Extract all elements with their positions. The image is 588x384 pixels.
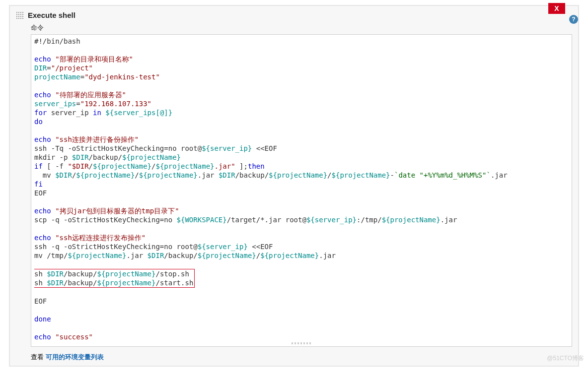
code-text: = <box>76 100 80 108</box>
code-text: `date "+%Y%m%d_%H%M%S"` <box>394 171 491 179</box>
code-text: do <box>34 118 43 126</box>
code-text: $DIR <box>72 153 89 161</box>
code-text: ${projectName} <box>122 153 181 161</box>
code-text: "dyd-jenkins-test" <box>84 73 160 81</box>
code-text: ${server_ips[@]} <box>105 109 172 117</box>
code-text: = <box>47 64 51 72</box>
code-text: / <box>256 252 260 259</box>
help-icon[interactable]: ? <box>569 15 578 24</box>
code-text: echo <box>34 207 51 215</box>
code-text: scp -q -oStrictHostKeyChecking=no <box>34 216 177 224</box>
code-text: ${WORKSPACE} <box>177 216 227 224</box>
code-text: "拷贝jar包到目标服务器的tmp目录下" <box>55 207 179 215</box>
code-text: :/tmp/ <box>357 216 382 224</box>
code-text: sh <box>34 279 47 287</box>
code-text: $DIR <box>47 270 64 278</box>
code-text: /backup/ <box>164 252 197 259</box>
code-text: server_ips <box>34 100 76 108</box>
code-text: sh <box>34 270 47 278</box>
code-text: /backup/ <box>64 279 97 287</box>
code-text: $DIR <box>55 171 72 179</box>
code-text: .jar <box>441 216 457 224</box>
code-text: "部署的目录和项目名称" <box>55 55 133 63</box>
code-text: echo <box>34 91 51 99</box>
code-text: for <box>34 109 47 117</box>
code-text: .jar <box>126 252 147 259</box>
code-text: ${projectName} <box>97 270 155 278</box>
code-text: "ssh远程连接进行发布操作" <box>55 234 146 242</box>
code-text: mv <box>34 171 55 179</box>
section-title: Execute shell <box>28 11 75 19</box>
code-text: ${server_ip} <box>198 243 248 251</box>
command-field-label: 命令 <box>31 23 572 32</box>
code-text: echo <box>34 234 51 242</box>
code-text: echo <box>34 333 51 341</box>
env-vars-hint: 查看 可用的环境变量列表 <box>31 353 572 362</box>
code-text: .jar <box>319 252 336 259</box>
code-text: server_ip <box>47 109 93 117</box>
code-text: ssh -Tq -oStrictHostKeyChecking=no root@ <box>34 144 202 152</box>
code-text: ]; <box>235 162 248 170</box>
code-text: "/project" <box>51 64 93 72</box>
code-text: "success" <box>55 333 93 341</box>
code-text: $DIR <box>47 279 64 287</box>
code-text: .jar" <box>215 162 235 170</box>
code-text: "ssh连接并进行备份操作" <box>55 135 139 143</box>
resize-handle-icon[interactable] <box>292 342 311 344</box>
code-text: ${projectName} <box>260 252 319 259</box>
code-text: mkdir -p <box>34 153 72 161</box>
code-text: /backup/ <box>235 171 269 179</box>
code-text: "待部署的应用服务器" <box>55 91 126 99</box>
code-text: $DIR <box>219 171 235 179</box>
watermark: @51CTO博客 <box>547 354 584 363</box>
code-text: #!/bin/bash <box>34 37 80 45</box>
code-text: [ -f <box>43 162 68 170</box>
shell-command-input[interactable]: #!/bin/bash echo "部署的目录和项目名称" DIR="/proj… <box>31 34 572 347</box>
code-text: ${projectName} <box>76 171 135 179</box>
code-text: /stop.sh <box>155 270 189 278</box>
code-text: ${projectName} <box>382 216 441 224</box>
code-text: - <box>390 171 394 179</box>
code-text: .jar <box>198 171 219 179</box>
code-text: / <box>327 171 331 179</box>
code-text: done <box>34 315 51 323</box>
code-text: /backup/ <box>64 270 97 278</box>
code-text: then <box>248 162 265 170</box>
code-text: / <box>135 171 139 179</box>
code-text: ${projectName} <box>198 252 256 259</box>
code-text: $DIR <box>147 252 164 259</box>
code-text: = <box>80 73 84 81</box>
highlighted-code-box: sh $DIR/backup/${projectName}/stop.sh sh… <box>34 269 195 288</box>
code-text: ${projectName} <box>97 279 155 287</box>
code-text: /target/*.jar root@ <box>227 216 306 224</box>
code-text: ssh -q -oStrictHostKeyChecking=no root@ <box>34 243 198 251</box>
section-header: Execute shell <box>16 11 572 19</box>
drag-handle-icon[interactable] <box>16 11 24 19</box>
code-text: ${projectName} <box>139 171 198 179</box>
code-text: <<EOF <box>248 243 273 251</box>
code-text: ${projectName} <box>93 162 151 170</box>
code-text: echo <box>34 55 51 63</box>
close-button[interactable]: X <box>548 3 565 14</box>
code-text: if <box>34 162 43 170</box>
code-text: EOF <box>34 297 47 305</box>
code-text: EOF <box>34 189 47 197</box>
code-text: ${server_ip} <box>202 144 252 152</box>
code-text: ${projectName} <box>269 171 327 179</box>
hint-prefix: 查看 <box>31 353 46 361</box>
code-text: fi <box>34 180 43 188</box>
code-text: /backup/ <box>89 153 122 161</box>
code-text: in <box>93 109 101 117</box>
env-vars-link[interactable]: 可用的环境变量列表 <box>46 353 104 361</box>
code-text: /start.sh <box>155 279 193 287</box>
code-text: .jar <box>491 171 508 179</box>
code-text: projectName <box>34 73 80 81</box>
code-text: ${projectName} <box>332 171 390 179</box>
code-text: DIR <box>34 64 47 72</box>
code-text: mv /tmp/ <box>34 252 68 259</box>
code-text: ${projectName} <box>68 252 126 259</box>
build-step-section: Execute shell 命令 #!/bin/bash echo "部署的目录… <box>9 5 579 367</box>
code-text: "192.168.107.133" <box>80 100 151 108</box>
code-text: / <box>89 162 93 170</box>
code-text: "$DIR <box>68 162 88 170</box>
